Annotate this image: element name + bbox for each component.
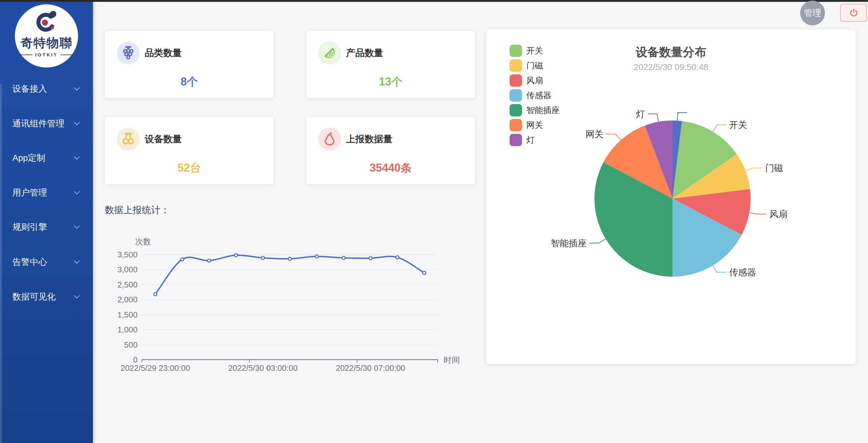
stat-card-label: 产品数量 (346, 47, 383, 60)
stat-card-value: 52台 (105, 160, 274, 176)
line-chart-section-title: 数据上报统计： (105, 204, 170, 217)
sidebar-item-data-visualization[interactable]: 数据可见化 (0, 288, 93, 306)
svg-text:2022/5/29 23:00:00: 2022/5/29 23:00:00 (121, 363, 190, 373)
svg-text:2,000: 2,000 (118, 295, 137, 304)
cherry-icon (117, 128, 140, 151)
sidebar-item-comm-components[interactable]: 通讯组件管理 (0, 115, 93, 132)
svg-text:开关: 开关 (729, 120, 747, 130)
stat-card-report-count: 上报数据量 35440条 (306, 117, 475, 184)
power-icon (848, 7, 859, 18)
stat-card-label: 品类数量 (145, 47, 182, 60)
stat-card-device-count: 设备数量 52台 (105, 117, 274, 184)
chevron-down-icon (74, 260, 80, 264)
grape-icon (117, 41, 140, 64)
logo-divider-left (19, 55, 33, 55)
stat-card-value: 13个 (306, 74, 475, 90)
sidebar-item-app-custom[interactable]: App定制 (0, 149, 93, 167)
brand-title: 奇特物聯 (21, 37, 72, 49)
chevron-down-icon (74, 191, 80, 194)
sidebar-item-rule-engine[interactable]: 规则引擎 (0, 218, 93, 236)
brand-rabbit-icon (32, 9, 61, 36)
svg-text:灯: 灯 (636, 109, 645, 119)
svg-text:门磁: 门磁 (765, 163, 783, 173)
window-top-strip (0, 0, 868, 2)
chevron-down-icon (74, 156, 80, 160)
stat-card-value: 8个 (105, 74, 274, 90)
stat-card-label: 上报数据量 (346, 133, 393, 146)
stat-card-category-count: 品类数量 8个 (105, 31, 274, 98)
svg-text:500: 500 (124, 340, 137, 349)
line-chart-canvas: 05001,0001,5002,0002,5003,0003,500次数2022… (118, 234, 477, 379)
svg-text:2,500: 2,500 (118, 280, 137, 289)
chevron-down-icon (74, 295, 80, 298)
svg-text:2022/5/30 07:00:00: 2022/5/30 07:00:00 (336, 363, 405, 373)
svg-text:次数: 次数 (135, 237, 151, 246)
svg-text:3,000: 3,000 (118, 265, 137, 274)
stat-card-value: 35440条 (306, 160, 475, 176)
chevron-down-icon (74, 87, 80, 91)
brand-subtitle: IOTKIT (35, 52, 58, 57)
svg-text:网关: 网关 (586, 129, 603, 139)
pie-chart-canvas: 开关门磁风扇传感器智能插座网关灯 (486, 29, 856, 364)
svg-text:风扇: 风扇 (769, 209, 787, 219)
svg-text:1,500: 1,500 (118, 310, 137, 319)
sidebar-item-alert-center[interactable]: 告警中心 (0, 253, 93, 271)
device-distribution-panel: 设备数量分布 2022/5/30 09:50:48 开关 门磁 风扇 传感器 智… (486, 29, 856, 364)
svg-text:2022/5/30 03:00:00: 2022/5/30 03:00:00 (228, 363, 298, 373)
sidebar-item-device-access[interactable]: 设备接入 (0, 80, 93, 98)
svg-text:3,500: 3,500 (118, 250, 137, 259)
logo: 奇特物聯 IOTKIT (15, 4, 78, 67)
logout-button[interactable] (840, 4, 867, 22)
svg-text:时间: 时间 (443, 355, 460, 365)
stat-card-product-count: 产品数量 13个 (306, 31, 475, 98)
sidebar: 奇特物聯 IOTKIT 设备接入 通讯组件管理 App定制 用户管理 规则引擎 … (0, 2, 93, 443)
chevron-down-icon (74, 122, 80, 125)
sidebar-item-user-mgmt[interactable]: 用户管理 (0, 184, 93, 201)
avatar[interactable]: 管理 (800, 1, 825, 25)
pear-icon (318, 128, 341, 151)
svg-text:0: 0 (133, 355, 137, 364)
stat-card-label: 设备数量 (145, 133, 182, 146)
svg-text:智能插座: 智能插座 (551, 238, 587, 248)
svg-text:1,000: 1,000 (118, 325, 137, 334)
logo-divider-right (60, 55, 74, 55)
svg-text:传感器: 传感器 (729, 267, 756, 277)
chevron-down-icon (74, 225, 80, 229)
lemon-icon (318, 41, 341, 64)
